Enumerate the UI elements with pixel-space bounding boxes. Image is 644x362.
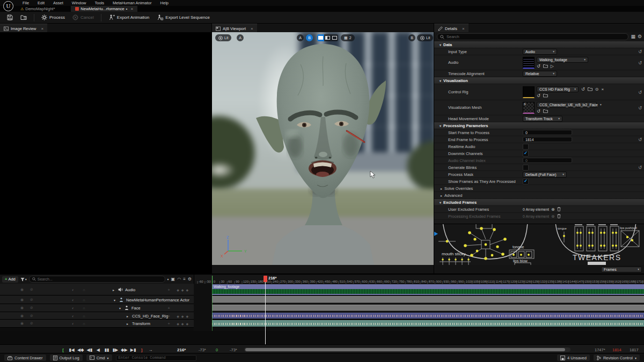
ab-select-a-button[interactable]: A bbox=[297, 34, 304, 41]
asset-dropdown-control-rig[interactable]: CCS HD Face Rig▾ bbox=[537, 86, 579, 92]
browse-icon[interactable] bbox=[588, 87, 592, 91]
listen-icon[interactable]: ∩ bbox=[83, 287, 85, 291]
list-options-icon[interactable]: ≡ bbox=[183, 277, 186, 282]
checkbox-downmix-channels[interactable]: ✓ bbox=[523, 151, 529, 157]
deactivate-icon[interactable]: ⊘ bbox=[30, 287, 33, 292]
timeline-scrollbar[interactable] bbox=[244, 348, 570, 352]
camera-b-button[interactable]: B bbox=[408, 34, 415, 41]
export-animation-button[interactable]: Export Animation bbox=[105, 13, 153, 22]
asset-thumbnail-mesh[interactable]: S bbox=[523, 102, 535, 114]
reset-to-default-icon[interactable]: ↺ bbox=[638, 90, 642, 94]
asset-dropdown-audio[interactable]: Walking_footage▾ bbox=[537, 57, 588, 63]
input-end-frame-to-process[interactable]: 1814 bbox=[523, 137, 572, 142]
deactivate-icon[interactable]: ⊘ bbox=[30, 314, 33, 318]
lane-newmetahumanperformance-actor[interactable] bbox=[212, 296, 644, 303]
tab-close-icon[interactable]: × bbox=[130, 6, 133, 11]
lane-ccs-hd-face-rig[interactable] bbox=[212, 313, 644, 319]
use-icon[interactable]: ↺ bbox=[537, 64, 540, 69]
reset-to-default-icon[interactable]: ↺ bbox=[638, 60, 642, 65]
track-add-icon[interactable]: + bbox=[167, 287, 170, 292]
input-start-frame-to-process[interactable]: 0 bbox=[523, 130, 572, 135]
browse-icon[interactable] bbox=[543, 64, 548, 68]
display-grid-icon[interactable]: ▦ bbox=[631, 34, 635, 39]
ab-select-b-button[interactable]: B bbox=[306, 34, 313, 41]
asset-tab-level[interactable]: ⚠DemoMapNight* bbox=[16, 6, 59, 12]
menu-help[interactable]: Help bbox=[156, 0, 173, 6]
track-lanes[interactable]: Walking_footage bbox=[194, 284, 644, 331]
mute-icon[interactable]: ◉ bbox=[20, 321, 24, 326]
solo-icon[interactable]: ◐ bbox=[72, 287, 74, 291]
menu-asset[interactable]: Asset bbox=[49, 0, 68, 6]
camera-a-button[interactable]: A bbox=[237, 34, 244, 41]
dual-view-button[interactable] bbox=[331, 34, 338, 41]
reset-to-default-icon[interactable]: ↺ bbox=[638, 105, 642, 110]
close-icon[interactable]: × bbox=[251, 26, 253, 31]
mute-icon[interactable]: ◉ bbox=[20, 287, 24, 292]
mute-icon[interactable]: ◉ bbox=[20, 298, 24, 302]
keyframe-nav-icons[interactable]: ◆◆◆ bbox=[177, 287, 191, 291]
menu-file[interactable]: File bbox=[18, 0, 33, 6]
section-header-visualization[interactable]: ▾Visualization bbox=[434, 77, 644, 84]
input-audio-channel-index[interactable]: 0 bbox=[523, 158, 572, 163]
deactivate-icon[interactable]: ⊘ bbox=[30, 298, 33, 302]
solo-icon[interactable]: ◐ bbox=[72, 314, 74, 317]
section-header-processing-parameters[interactable]: ▾Processing Parameters bbox=[434, 122, 644, 129]
reset-to-default-icon[interactable]: ↺ bbox=[638, 137, 642, 142]
checkbox-generate-blinks[interactable] bbox=[523, 165, 529, 171]
sequencer-empty-area[interactable] bbox=[0, 331, 644, 344]
asset-tab-performance[interactable]: NewMetaHu...rformance•× bbox=[71, 6, 137, 12]
content-drawer-button[interactable]: Content Drawer bbox=[4, 354, 46, 361]
solo-icon[interactable]: ◐ bbox=[72, 322, 74, 326]
track-add-icon[interactable]: + bbox=[167, 321, 170, 326]
sequencer-search-input[interactable]: Search... bbox=[29, 276, 165, 283]
track-add-icon[interactable]: + bbox=[167, 313, 170, 318]
console-command-input[interactable]: Enter Console Command bbox=[116, 355, 196, 361]
asset-dropdown-visualization-mesh[interactable]: CCS_Character_UE_rc5_lx2_Face▾ bbox=[537, 102, 597, 108]
caret-right-icon[interactable]: ▸ bbox=[441, 187, 442, 190]
expander-icon[interactable]: ▸ bbox=[127, 314, 128, 317]
revision-control-button[interactable]: Revision Control ▾ bbox=[594, 354, 640, 361]
deactivate-icon[interactable]: ⊘ bbox=[30, 306, 33, 310]
use-icon[interactable]: ↺ bbox=[537, 109, 540, 114]
delete-elements-icon[interactable] bbox=[557, 214, 561, 218]
mute-icon[interactable]: ◉ bbox=[20, 314, 24, 318]
checkbox-realtime-audio[interactable] bbox=[523, 144, 529, 150]
track-add-icon[interactable]: + bbox=[167, 297, 170, 302]
add-element-icon[interactable]: ⊕ bbox=[551, 214, 555, 219]
keyframe-nav-icons[interactable]: ◆◆◆ bbox=[177, 322, 191, 326]
dropdown-head-movement-mode[interactable]: Transform Track▾ bbox=[523, 116, 562, 122]
listen-icon[interactable]: ∩ bbox=[83, 322, 85, 326]
process-button[interactable]: Process bbox=[38, 13, 69, 22]
listen-icon[interactable]: ∩ bbox=[83, 298, 85, 301]
menu-window[interactable]: Window bbox=[68, 0, 91, 6]
viewport-3d-scene[interactable]: Lit A A B ▦ 2 B Lit Z bbox=[212, 32, 434, 265]
dropdown-timecode-alignment[interactable]: Relative▾ bbox=[523, 71, 557, 77]
solo-icon[interactable]: ◐ bbox=[72, 306, 74, 310]
tab-details[interactable]: Details × bbox=[434, 24, 469, 33]
unreal-logo-icon[interactable]: U bbox=[3, 1, 13, 11]
section-header-data[interactable]: ▾Data bbox=[434, 41, 644, 48]
section-header-excluded-frames[interactable]: ▾Excluded Frames bbox=[434, 199, 644, 206]
menu-metahuman-animator[interactable]: MetaHuman Animator bbox=[108, 0, 156, 6]
caret-right-icon[interactable]: ▸ bbox=[441, 194, 442, 197]
unsaved-assets-button[interactable]: 4 Unsaved bbox=[557, 354, 590, 361]
image-review-viewport[interactable] bbox=[0, 32, 211, 274]
track-row-ccs-hd-face-rig[interactable]: ◉⊘◐∩▸CCS_HD_Face_Rig+◆◆◆ bbox=[0, 312, 194, 320]
scrollbar-thumb[interactable] bbox=[245, 348, 565, 351]
keyframe-nav-icons[interactable]: ◆◆◆ bbox=[177, 314, 191, 317]
track-add-icon[interactable]: + bbox=[167, 306, 170, 311]
expander-icon[interactable]: ▸ bbox=[113, 287, 114, 291]
clear-icon[interactable]: × bbox=[601, 87, 604, 92]
sequencer-gear-icon[interactable]: ⚙ bbox=[188, 277, 192, 282]
dropdown-input-type[interactable]: Audio▾ bbox=[523, 49, 557, 55]
use-icon[interactable]: ↺ bbox=[537, 93, 540, 98]
wipe-count-button[interactable]: ▦ 2 bbox=[341, 34, 355, 41]
menu-edit[interactable]: Edit bbox=[33, 0, 49, 6]
play-icon[interactable]: ▷ bbox=[551, 64, 554, 69]
add-track-button[interactable]: + Add bbox=[2, 276, 18, 283]
curve-editor-icon[interactable]: ◠ bbox=[177, 277, 181, 282]
menu-tools[interactable]: Tools bbox=[90, 0, 108, 6]
cmd-selector[interactable]: Cmd ▾ bbox=[86, 354, 112, 361]
solo-icon[interactable]: ◐ bbox=[72, 298, 74, 301]
track-row-transform[interactable]: ◉⊘◐∩▸Transform+◆◆◆ bbox=[0, 320, 194, 328]
